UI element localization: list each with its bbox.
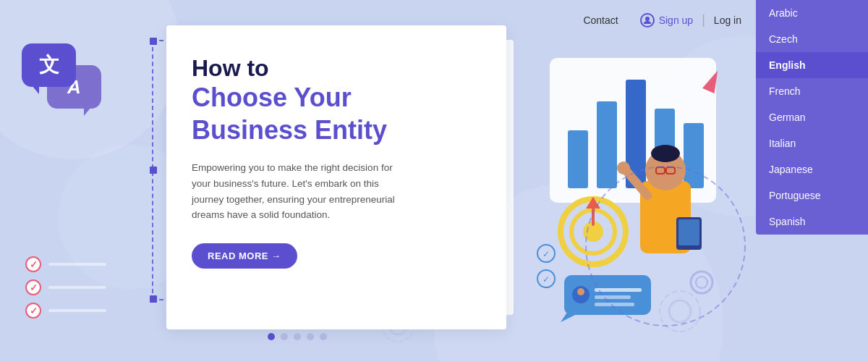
translate-icon-area: A 文 [22, 43, 101, 109]
svg-point-39 [696, 277, 707, 288]
dot-2[interactable] [281, 333, 288, 340]
lang-item-czech[interactable]: Czech [756, 26, 868, 52]
translate-bubble-front: 文 [22, 43, 76, 87]
svg-point-40 [645, 17, 650, 21]
corner-dot-ml [150, 167, 157, 174]
check-circle-2: ✓ [25, 279, 41, 295]
checklist: ✓ ✓ ✓ [25, 256, 106, 319]
illustration-area: ✓ ✓ [506, 29, 752, 333]
signup-label: Sign up [659, 14, 693, 26]
svg-rect-30 [595, 295, 631, 299]
lang-item-portuguese[interactable]: Portuguese [756, 182, 868, 209]
check-line-2 [48, 286, 106, 289]
translate-icon-wrap: A 文 [22, 43, 101, 109]
svg-rect-29 [595, 288, 642, 292]
dot-4[interactable] [307, 333, 314, 340]
zh-icon: 文 [39, 51, 59, 79]
nav-divider: | [702, 12, 705, 28]
read-more-button[interactable]: READ MORE → [192, 243, 297, 269]
hero-description: Empowering you to make the right decisio… [192, 160, 409, 222]
dot-1[interactable] [268, 333, 275, 340]
illustration-svg: ✓ ✓ [506, 29, 752, 333]
lang-item-german[interactable]: German [756, 104, 868, 130]
lang-item-french[interactable]: French [756, 78, 868, 104]
user-icon [640, 13, 655, 28]
business-entity-text: Business Entity [192, 114, 481, 148]
svg-text:✓: ✓ [542, 274, 550, 285]
lang-item-italian[interactable]: Italian [756, 130, 868, 156]
navbar: Contact Sign up | Log in [0, 0, 868, 40]
svg-rect-31 [595, 303, 634, 306]
dot-3[interactable] [294, 333, 301, 340]
svg-point-18 [651, 145, 680, 162]
check-item-1: ✓ [25, 256, 106, 272]
check-circle-3: ✓ [25, 303, 41, 319]
language-dropdown: Arabic Czech English French German Itali… [756, 0, 868, 235]
choose-your-text: Choose Your [192, 82, 481, 113]
check-mark-2: ✓ [30, 282, 38, 293]
main-content-card: How to Choose Your Business Entity Empow… [166, 25, 506, 329]
lang-item-arabic[interactable]: Arabic [756, 0, 868, 26]
how-to-text: How to [192, 54, 481, 82]
svg-rect-25 [678, 219, 699, 245]
svg-rect-5 [568, 130, 588, 188]
svg-text:✓: ✓ [542, 249, 550, 259]
corner-dot-bl [150, 295, 157, 303]
check-line-1 [48, 263, 106, 266]
pagination-dots [268, 333, 327, 340]
lang-item-english[interactable]: English [756, 52, 868, 78]
check-item-2: ✓ [25, 279, 106, 295]
nav-signup[interactable]: Sign up [640, 13, 693, 28]
svg-point-38 [691, 272, 712, 293]
nav-contact[interactable]: Contact [583, 14, 618, 26]
check-circle-1: ✓ [25, 256, 41, 272]
check-line-3 [48, 309, 106, 312]
check-mark-3: ✓ [30, 306, 38, 316]
nav-login[interactable]: Log in [714, 14, 741, 26]
svg-rect-9 [684, 123, 704, 188]
svg-point-23 [617, 161, 630, 174]
lang-item-spanish[interactable]: Spanish [756, 209, 868, 235]
check-item-3: ✓ [25, 303, 106, 319]
lang-item-japanese[interactable]: Japanese [756, 156, 868, 182]
svg-rect-6 [597, 101, 617, 188]
svg-point-28 [577, 288, 584, 295]
dot-5[interactable] [320, 333, 327, 340]
check-mark-1: ✓ [30, 259, 38, 270]
svg-marker-32 [561, 311, 582, 322]
